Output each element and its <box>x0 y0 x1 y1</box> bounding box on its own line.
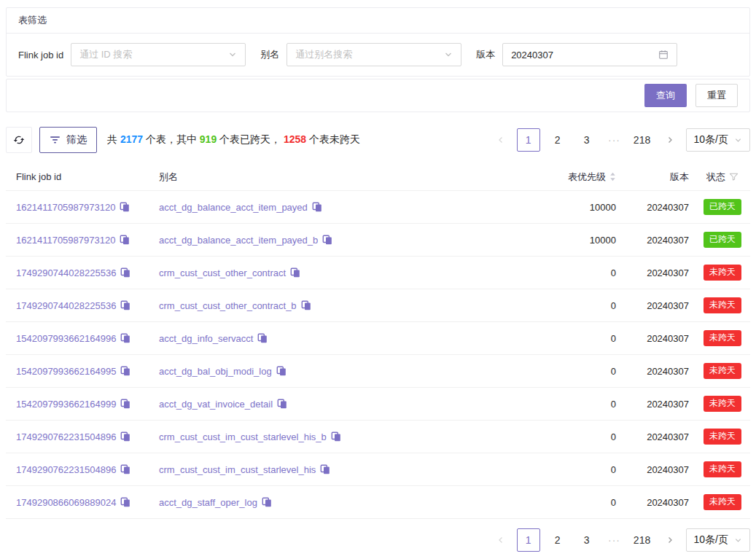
alias-link[interactable]: acct_dg_balance_acct_item_payed <box>159 202 308 213</box>
page-size-select[interactable]: 10条/页 <box>686 128 750 152</box>
calendar-icon <box>658 50 669 60</box>
version-filter: 版本 20240307 <box>476 43 677 66</box>
filter-funnel-icon[interactable] <box>729 172 739 181</box>
alias-link[interactable]: acct_dg_staff_oper_log <box>159 497 257 508</box>
filter-row: Flink job id 通过 ID 搜索 别名 通过别名搜索 <box>7 34 749 76</box>
job-id-cell: 1749290744028225536 <box>6 267 149 278</box>
filter-panel-title: 表筛选 <box>7 8 749 34</box>
page-button-1[interactable]: 1 <box>517 528 540 552</box>
table-row: 1542097993662164999 acct_dg_vat_invoice_… <box>6 388 750 421</box>
alias-link[interactable]: acct_dg_vat_invoice_detail <box>159 399 273 410</box>
alias-placeholder: 通过别名搜索 <box>295 48 352 61</box>
filter-button[interactable]: 筛选 <box>39 127 97 153</box>
job-id-link[interactable]: 1749290762231504896 <box>16 431 116 442</box>
sort-carets-icon[interactable] <box>609 172 616 181</box>
page-button-last[interactable]: 218 <box>631 528 654 552</box>
col-header-job-id: Flink job id <box>6 171 149 182</box>
job-id-link[interactable]: 1749290744028225536 <box>16 267 116 278</box>
prev-page-button[interactable] <box>491 128 511 152</box>
copy-icon[interactable] <box>120 431 130 442</box>
version-cell: 20240307 <box>626 399 695 410</box>
copy-icon[interactable] <box>312 202 322 212</box>
copy-icon[interactable] <box>301 300 311 310</box>
copy-icon[interactable] <box>120 399 130 409</box>
alias-link[interactable]: acct_dg_balance_acct_item_payed_b <box>159 235 318 246</box>
alias-link[interactable]: crm_cust_cust_im_cust_starlevel_his <box>159 464 316 475</box>
status-header-label: 状态 <box>706 171 725 184</box>
alias-cell: crm_cust_cust_im_cust_starlevel_his_b <box>149 431 517 442</box>
next-page-button[interactable] <box>660 128 680 152</box>
job-id-link[interactable]: 1542097993662164999 <box>16 399 116 410</box>
copy-icon[interactable] <box>320 464 330 474</box>
job-id-cell: 1749290866069889024 <box>6 497 149 508</box>
page-button-3[interactable]: 3 <box>575 528 599 552</box>
copy-icon[interactable] <box>120 464 130 474</box>
priority-cell: 0 <box>517 497 626 508</box>
page-button-2[interactable]: 2 <box>546 528 569 552</box>
copy-icon[interactable] <box>276 366 287 376</box>
priority-cell: 0 <box>517 300 626 311</box>
priority-cell: 0 <box>517 399 626 410</box>
version-date-input[interactable]: 20240307 <box>502 43 677 66</box>
priority-header-label: 表优先级 <box>568 171 606 184</box>
col-header-priority[interactable]: 表优先级 <box>517 171 626 184</box>
alias-cell: crm_cust_cust_other_contract_b <box>149 300 517 311</box>
next-page-button[interactable] <box>660 528 680 552</box>
chevron-down-icon <box>734 136 742 144</box>
copy-icon[interactable] <box>290 267 300 278</box>
job-id-link[interactable]: 1621411705987973120 <box>16 202 115 213</box>
copy-icon[interactable] <box>120 300 130 310</box>
flink-job-id-select[interactable]: 通过 ID 搜索 <box>71 43 246 66</box>
reset-button[interactable]: 重置 <box>695 84 738 107</box>
job-id-link[interactable]: 1749290866069889024 <box>16 497 116 508</box>
page-button-last[interactable]: 218 <box>631 128 654 152</box>
summary-text: 个表已跨天， <box>217 133 284 145</box>
alias-cell: acct_dg_vat_invoice_detail <box>149 399 517 410</box>
copy-icon[interactable] <box>322 235 332 245</box>
status-cell: 未跨天 <box>695 265 750 281</box>
version-cell: 20240307 <box>626 235 695 246</box>
pages-ellipsis[interactable]: ··· <box>604 134 625 146</box>
alias-cell: acct_dg_balance_acct_item_payed_b <box>149 235 517 246</box>
refresh-button[interactable] <box>6 127 32 153</box>
summary-text: 个表未跨天 <box>306 133 360 145</box>
page-button-2[interactable]: 2 <box>546 128 569 152</box>
pages-ellipsis[interactable]: ··· <box>604 534 625 546</box>
page-button-3[interactable]: 3 <box>575 128 599 152</box>
col-header-status: 状态 <box>695 171 750 184</box>
page-size-select[interactable]: 10条/页 <box>686 528 750 552</box>
alias-link[interactable]: acct_dg_bal_obj_modi_log <box>159 366 272 377</box>
status-cell: 未跨天 <box>695 461 750 477</box>
copy-icon[interactable] <box>120 202 130 212</box>
job-id-link[interactable]: 1542097993662164995 <box>16 366 116 377</box>
job-id-link[interactable]: 1749290762231504896 <box>16 464 116 475</box>
copy-icon[interactable] <box>277 399 287 409</box>
page-button-1[interactable]: 1 <box>517 128 540 152</box>
copy-icon[interactable] <box>120 267 130 278</box>
job-id-link[interactable]: 1749290744028225536 <box>16 300 116 311</box>
job-id-link[interactable]: 1621411705987973120 <box>16 235 115 246</box>
table-row: 1749290762231504896 crm_cust_cust_im_cus… <box>6 421 750 453</box>
status-badge: 未跨天 <box>704 396 741 412</box>
copy-icon[interactable] <box>120 235 130 245</box>
flink-job-id-filter: Flink job id 通过 ID 搜索 <box>18 43 246 66</box>
alias-select[interactable]: 通过别名搜索 <box>287 43 461 66</box>
copy-icon[interactable] <box>262 497 272 507</box>
copy-icon[interactable] <box>331 431 341 442</box>
alias-link[interactable]: crm_cust_cust_other_contract <box>159 267 286 278</box>
job-id-link[interactable]: 1542097993662164996 <box>16 333 116 344</box>
pagination-bottom: 1 2 3 ··· 218 10条/页 <box>491 528 750 552</box>
version-cell: 20240307 <box>626 366 695 377</box>
copy-icon[interactable] <box>257 333 268 343</box>
copy-icon[interactable] <box>120 333 130 343</box>
copy-icon[interactable] <box>120 366 130 376</box>
query-button[interactable]: 查询 <box>644 84 687 107</box>
alias-link[interactable]: crm_cust_cust_other_contract_b <box>159 300 297 311</box>
col-header-version: 版本 <box>626 171 695 184</box>
prev-page-button[interactable] <box>491 528 511 552</box>
flink-job-id-placeholder: 通过 ID 搜索 <box>79 48 132 61</box>
alias-link[interactable]: crm_cust_cust_im_cust_starlevel_his_b <box>159 431 327 442</box>
alias-cell: acct_dg_info_servacct <box>149 333 517 344</box>
alias-link[interactable]: acct_dg_info_servacct <box>159 333 253 344</box>
copy-icon[interactable] <box>120 497 130 507</box>
